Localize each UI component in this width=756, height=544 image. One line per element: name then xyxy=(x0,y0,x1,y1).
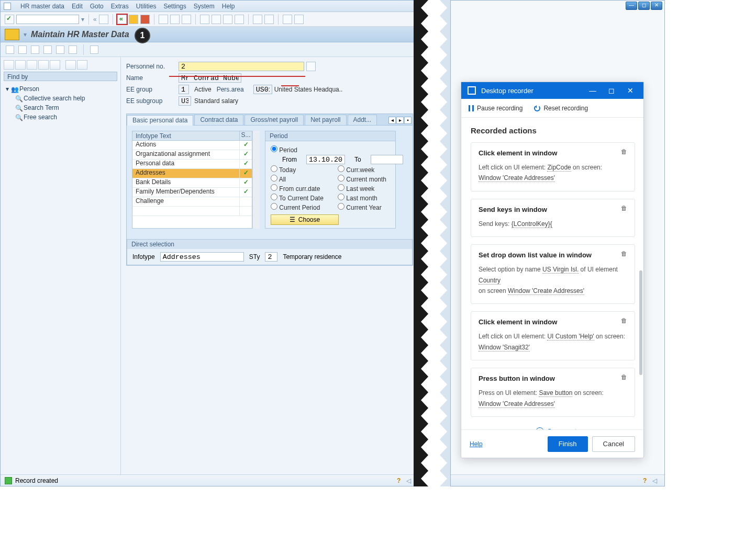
period-radio[interactable]: Last week xyxy=(338,184,374,192)
maximize-button[interactable]: ◻ xyxy=(638,2,650,10)
trash-icon[interactable]: 🗑 xyxy=(621,148,629,156)
period-radio[interactable]: Curr.week xyxy=(338,165,374,174)
close-button[interactable]: ✕ xyxy=(651,2,662,10)
recorder-close[interactable]: ✕ xyxy=(624,86,637,95)
trash-icon[interactable]: 🗑 xyxy=(621,373,629,382)
shortcut-icon[interactable] xyxy=(264,15,274,24)
last-page-icon[interactable] xyxy=(235,15,244,24)
recorder-minimize[interactable]: — xyxy=(586,86,599,95)
finish-button[interactable]: Finish xyxy=(548,436,588,452)
period-radio[interactable]: Last month xyxy=(338,194,377,202)
layout-icon[interactable] xyxy=(294,15,304,24)
find-icon[interactable] xyxy=(170,15,180,24)
period-radio[interactable]: To Current Date xyxy=(271,194,328,202)
overview-icon[interactable] xyxy=(90,46,98,54)
table-row[interactable]: Bank Details xyxy=(132,178,252,188)
period-radio[interactable]: From curr.date xyxy=(271,184,328,192)
search-help-icon[interactable] xyxy=(306,62,316,71)
save-icon[interactable] xyxy=(99,15,108,24)
tab-scroll-left-icon[interactable]: ◂ xyxy=(388,117,396,124)
sty-input[interactable] xyxy=(265,252,277,262)
nav-fwd-icon[interactable] xyxy=(15,60,26,70)
table-row[interactable]: Challenge xyxy=(132,197,252,207)
menu-system[interactable]: System xyxy=(194,3,215,10)
exit-icon[interactable] xyxy=(129,15,138,24)
first-page-icon[interactable] xyxy=(200,15,209,24)
period-radio[interactable]: Today xyxy=(271,165,328,174)
menu-utilities[interactable]: Utilities xyxy=(136,3,157,10)
status-arrow-icon[interactable]: ◁ xyxy=(652,477,657,484)
table-row[interactable] xyxy=(132,207,252,216)
enter-icon[interactable] xyxy=(5,15,14,24)
recorder-maximize[interactable]: ◻ xyxy=(605,86,618,95)
from-date-input[interactable] xyxy=(306,155,345,164)
prev-page-icon[interactable] xyxy=(212,15,221,24)
tab-list-icon[interactable]: ▪ xyxy=(404,117,412,124)
nav-up-icon[interactable] xyxy=(77,60,87,70)
delete-icon[interactable] xyxy=(69,46,77,54)
display-icon[interactable] xyxy=(31,46,39,54)
tree-free-search[interactable]: 🔍Free search xyxy=(6,112,115,122)
trash-icon[interactable]: 🗑 xyxy=(621,317,629,325)
find-next-icon[interactable] xyxy=(182,15,191,24)
table-row[interactable]: Actions xyxy=(132,141,252,150)
tab-net-payroll[interactable]: Net payroll xyxy=(305,115,346,125)
status-arrow-icon[interactable]: ◁ xyxy=(406,477,411,484)
menu-goto[interactable]: Goto xyxy=(90,3,104,10)
tab-contract-data[interactable]: Contract data xyxy=(194,115,243,125)
back-button[interactable] xyxy=(117,15,127,24)
trash-icon[interactable]: 🗑 xyxy=(621,205,629,213)
pause-recording[interactable]: Pause recording xyxy=(469,105,522,112)
print-icon[interactable] xyxy=(159,15,168,24)
table-row[interactable]: Addresses xyxy=(132,169,252,178)
period-radio[interactable]: Current Year xyxy=(338,203,382,211)
personnel-no-input[interactable] xyxy=(179,62,304,71)
cancel-button[interactable]: Cancel xyxy=(592,436,635,452)
delimit-icon[interactable] xyxy=(56,46,64,54)
help-icon[interactable] xyxy=(283,15,292,24)
help-link[interactable]: Help xyxy=(470,440,483,448)
choose-button[interactable]: ☰Choose xyxy=(271,214,339,225)
tab-scroll-right-icon[interactable]: ▸ xyxy=(396,117,404,124)
minimize-button[interactable]: — xyxy=(626,2,637,10)
trash-icon[interactable]: 🗑 xyxy=(621,250,629,258)
tree-person[interactable]: ▾👥Person xyxy=(6,84,115,94)
to-date-input[interactable] xyxy=(371,155,403,164)
status-help-icon[interactable]: ? xyxy=(397,477,404,484)
menu-hr[interactable]: HR master data xyxy=(20,3,64,10)
menu-settings[interactable]: Settings xyxy=(163,3,186,10)
nav-fav-icon[interactable] xyxy=(38,60,49,70)
tree-collective[interactable]: 🔍Collective search help xyxy=(6,94,115,103)
menu-extras[interactable]: Extras xyxy=(111,3,129,10)
create-icon[interactable] xyxy=(6,46,14,54)
reset-recording[interactable]: Reset recording xyxy=(534,105,588,112)
table-row[interactable]: Personal data xyxy=(132,160,252,169)
tab-gross-net[interactable]: Gross/net payroll xyxy=(244,115,304,125)
table-scrollbar[interactable] xyxy=(252,131,260,229)
tab-basic-personal-data[interactable]: Basic personal data xyxy=(127,115,193,126)
copy-icon[interactable] xyxy=(43,46,52,54)
status-help-icon[interactable]: ? xyxy=(643,477,650,484)
period-radio[interactable]: All xyxy=(271,175,328,183)
nav-addfav-icon[interactable] xyxy=(50,60,60,70)
menu-help[interactable]: Help xyxy=(222,3,235,10)
table-row[interactable]: Organizational assignment xyxy=(132,150,252,160)
nav-hist-icon[interactable] xyxy=(27,60,37,70)
tree-search-term[interactable]: 🔍Search Term xyxy=(6,103,115,112)
period-radio[interactable]: Current month xyxy=(338,175,386,183)
nav-back-icon[interactable] xyxy=(4,60,14,70)
change-icon[interactable] xyxy=(18,46,27,54)
add-comment[interactable]: +Comment xyxy=(471,424,641,429)
tab-addt[interactable]: Addt... xyxy=(348,115,377,125)
okcode-input[interactable] xyxy=(16,15,79,24)
next-page-icon[interactable] xyxy=(223,15,232,24)
nav-down-icon[interactable] xyxy=(65,60,76,70)
new-session-icon[interactable] xyxy=(253,15,262,24)
period-radio[interactable]: Current Period xyxy=(271,203,328,211)
table-row[interactable]: Family Member/Dependents xyxy=(132,188,252,197)
infotype-input[interactable] xyxy=(160,252,244,262)
period-radio[interactable]: Period xyxy=(271,145,297,154)
cancel-icon[interactable] xyxy=(140,15,150,24)
recorder-scrollbar[interactable] xyxy=(639,270,642,375)
menu-edit[interactable]: Edit xyxy=(72,3,83,10)
